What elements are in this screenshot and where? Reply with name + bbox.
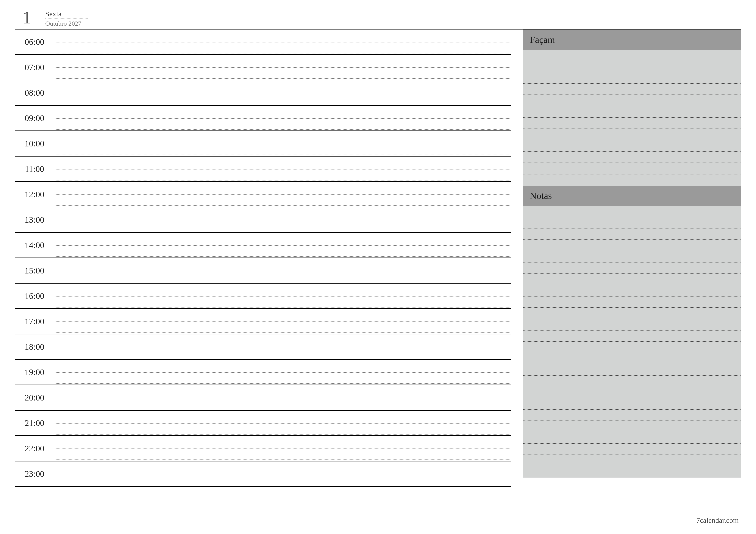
hour-label: 22:00 (15, 436, 54, 461)
hour-write-area (54, 106, 511, 131)
hour-label: 17:00 (15, 309, 54, 334)
write-line (523, 444, 741, 455)
notes-header: Notas (523, 186, 741, 206)
hour-label: 18:00 (15, 334, 54, 359)
hour-write-area (54, 385, 511, 410)
day-number: 1 (17, 9, 37, 26)
hour-label: 09:00 (15, 106, 54, 131)
hour-write-area (54, 182, 511, 207)
hour-row: 06:00 (15, 30, 511, 55)
sidebar-column: Façam Notas (523, 30, 741, 487)
hour-row: 07:00 (15, 55, 511, 80)
hour-label: 23:00 (15, 461, 54, 486)
hour-write-area (54, 30, 511, 54)
planner-main: 06:0007:0008:0009:0010:0011:0012:0013:00… (15, 29, 741, 487)
write-line (523, 95, 741, 106)
hour-label: 10:00 (15, 131, 54, 156)
hour-label: 15:00 (15, 258, 54, 283)
write-line (523, 398, 741, 410)
hour-row: 18:00 (15, 334, 511, 360)
write-line (523, 263, 741, 274)
write-line (523, 251, 741, 263)
write-line (523, 152, 741, 163)
hour-row: 17:00 (15, 309, 511, 334)
hour-label: 14:00 (15, 233, 54, 258)
write-line (523, 228, 741, 240)
hour-write-area (54, 461, 511, 486)
write-line (523, 308, 741, 319)
write-line (523, 455, 741, 467)
hour-label: 16:00 (15, 284, 54, 308)
footer-credit: 7calendar.com (696, 516, 739, 524)
write-line (523, 206, 741, 217)
write-line (523, 376, 741, 387)
write-line (523, 84, 741, 95)
write-line (523, 163, 741, 174)
write-line (523, 342, 741, 353)
hour-label: 13:00 (15, 207, 54, 232)
hour-write-area (54, 207, 511, 232)
hour-label: 08:00 (15, 80, 54, 105)
schedule-column: 06:0007:0008:0009:0010:0011:0012:0013:00… (15, 30, 511, 487)
hour-row: 19:00 (15, 360, 511, 385)
hour-write-area (54, 334, 511, 359)
hour-write-area (54, 131, 511, 156)
hour-label: 21:00 (15, 411, 54, 435)
hour-write-area (54, 157, 511, 181)
hour-write-area (54, 80, 511, 105)
write-line (523, 387, 741, 398)
hour-write-area (54, 411, 511, 435)
write-line (523, 50, 741, 61)
hour-write-area (54, 284, 511, 308)
write-line (523, 410, 741, 421)
write-line (523, 118, 741, 129)
hour-write-area (54, 233, 511, 258)
write-line (523, 285, 741, 296)
todo-body (523, 50, 741, 186)
write-line (523, 129, 741, 140)
hour-write-area (54, 309, 511, 334)
write-line (523, 421, 741, 432)
write-line (523, 467, 741, 478)
write-line (523, 174, 741, 186)
weekday-label: Sexta (45, 10, 88, 19)
write-line (523, 353, 741, 365)
write-line (523, 331, 741, 342)
write-line (523, 106, 741, 118)
write-line (523, 140, 741, 152)
hour-row: 08:00 (15, 80, 511, 106)
day-meta: Sexta Outubro 2027 (45, 9, 88, 27)
write-line (523, 240, 741, 251)
hour-label: 19:00 (15, 360, 54, 385)
hour-label: 06:00 (15, 30, 54, 54)
write-line (523, 72, 741, 84)
hour-row: 15:00 (15, 258, 511, 284)
month-year-label: Outubro 2027 (45, 19, 88, 27)
notes-panel: Notas (523, 186, 741, 478)
hour-row: 23:00 (15, 461, 511, 487)
hour-label: 20:00 (15, 385, 54, 410)
hour-row: 21:00 (15, 411, 511, 436)
hour-row: 12:00 (15, 182, 511, 207)
hour-write-area (54, 436, 511, 461)
hour-write-area (54, 55, 511, 80)
hour-row: 09:00 (15, 106, 511, 131)
hour-row: 20:00 (15, 385, 511, 411)
hour-row: 10:00 (15, 131, 511, 157)
todo-header: Façam (523, 30, 741, 50)
todo-panel: Façam (523, 30, 741, 186)
hour-row: 14:00 (15, 233, 511, 258)
write-line (523, 274, 741, 285)
notes-body (523, 206, 741, 478)
hour-row: 11:00 (15, 157, 511, 182)
hour-write-area (54, 258, 511, 283)
hour-label: 12:00 (15, 182, 54, 207)
write-line (523, 61, 741, 73)
write-line (523, 217, 741, 229)
write-line (523, 296, 741, 308)
write-line (523, 432, 741, 444)
hour-label: 11:00 (15, 157, 54, 181)
hour-row: 16:00 (15, 284, 511, 309)
planner-header: 1 Sexta Outubro 2027 (15, 9, 741, 27)
hour-label: 07:00 (15, 55, 54, 80)
